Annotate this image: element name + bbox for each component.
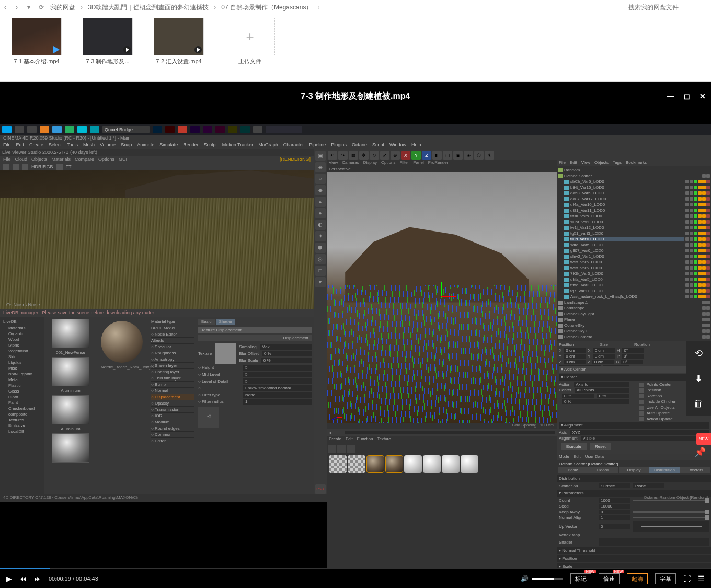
menu-item[interactable]: File xyxy=(3,142,11,149)
texture-slot[interactable] xyxy=(215,343,236,364)
pr-icon[interactable] xyxy=(203,126,212,133)
object-item[interactable]: wflft_Var6_LOD0 xyxy=(570,266,684,270)
subtitle-button[interactable]: 字幕 xyxy=(655,573,676,584)
task-icon[interactable] xyxy=(27,126,37,133)
object-item[interactable]: OctaneCamera xyxy=(564,335,701,339)
tool-icon[interactable] xyxy=(22,164,28,170)
tool-icon[interactable]: ▣ xyxy=(453,151,463,160)
nav-back-icon[interactable]: ‹ xyxy=(4,4,12,11)
object-item[interactable]: sdra_Var5_LOD0 xyxy=(570,243,684,247)
menu-item[interactable]: MoGraph xyxy=(258,142,278,149)
axis-y-button[interactable]: Y xyxy=(411,151,421,160)
tree-item[interactable]: Checkerboard xyxy=(3,406,41,411)
tree-item[interactable]: Metal xyxy=(3,377,41,383)
me-icon[interactable] xyxy=(215,126,225,133)
tool-icon[interactable]: ○ xyxy=(315,174,326,184)
object-item[interactable]: wflft_Var5_LOD0 xyxy=(570,260,684,264)
node-tool-icon[interactable] xyxy=(337,445,346,453)
menu-item[interactable]: Create xyxy=(29,142,43,149)
material-ball[interactable] xyxy=(423,455,441,473)
material-thumb[interactable] xyxy=(52,395,89,424)
tool-icon[interactable]: ◧ xyxy=(432,151,442,160)
material-ball[interactable] xyxy=(348,455,365,473)
material-preview-sphere[interactable] xyxy=(101,321,143,363)
tree-item[interactable]: Stone xyxy=(3,342,41,348)
object-item[interactable]: biHt_Var15_LOD0 xyxy=(570,185,684,190)
property-item[interactable]: ○ IOR xyxy=(151,413,194,419)
menu-item[interactable]: Motion Tracker xyxy=(222,142,254,149)
volume-slider[interactable] xyxy=(532,578,563,580)
ae-icon[interactable] xyxy=(190,126,200,133)
tab-coord[interactable]: Coord. xyxy=(588,467,618,473)
menu-item[interactable]: Render xyxy=(183,142,199,149)
property-item[interactable]: ○ Thin film layer xyxy=(151,375,194,382)
property-item[interactable]: BRDF Model xyxy=(151,325,194,331)
axis-x-button[interactable]: X xyxy=(401,151,410,160)
tool-icon[interactable]: ✦ xyxy=(315,231,326,241)
viewport-menu[interactable]: ViewCamerasDisplayOptionsFilterPanelProR… xyxy=(327,160,557,166)
tree-item[interactable]: Skin xyxy=(3,354,41,360)
task-icon[interactable] xyxy=(228,126,237,133)
tool-icon[interactable] xyxy=(13,164,19,170)
node-tool-icon[interactable] xyxy=(347,445,355,453)
property-item[interactable]: ○ Roughness xyxy=(151,350,194,356)
object-item[interactable]: tq7_Var17_LOD0 xyxy=(570,289,684,293)
menu-item[interactable]: Objects xyxy=(594,160,609,166)
tree-item[interactable]: Non-Organic xyxy=(3,371,41,377)
share-icon[interactable]: ⟲ xyxy=(686,341,711,366)
fullscreen-icon[interactable]: ⛶ xyxy=(683,574,691,583)
windows-icon[interactable] xyxy=(2,126,12,133)
menu-item[interactable]: Texture xyxy=(377,436,391,444)
object-item[interactable]: iw1j_Var12_LOD0 xyxy=(570,225,684,230)
property-item[interactable]: ○ Displacement xyxy=(151,394,194,400)
material-thumb[interactable] xyxy=(52,357,89,386)
gizmo-icon[interactable] xyxy=(428,282,454,308)
photoshop-icon[interactable] xyxy=(153,126,162,133)
property-item[interactable]: ○ Sheen layer xyxy=(151,363,194,369)
material-thumbnails[interactable]: 001_NewFence Aluminium Aluminium xyxy=(44,317,97,494)
property-item[interactable]: ○ Specular xyxy=(151,344,194,350)
upload-button[interactable]: + 上传文件 xyxy=(225,18,275,65)
execute-button[interactable]: Execute xyxy=(561,443,587,450)
tree-item[interactable]: Misc xyxy=(3,365,41,371)
pin-icon[interactable]: 📌 xyxy=(694,446,707,459)
menu-item[interactable]: Plugins xyxy=(331,142,347,149)
tool-icon[interactable]: ☀ xyxy=(485,151,494,160)
menu-item[interactable]: Filter xyxy=(399,160,409,166)
object-manager[interactable]: Random Octane Scatter sbCh_Var5_LOD0biHt… xyxy=(557,166,711,341)
task-icon[interactable] xyxy=(40,126,49,133)
nav-refresh-icon[interactable]: ⟳ xyxy=(39,4,46,11)
menu-item[interactable]: Select xyxy=(49,142,62,149)
axis-z-button[interactable]: Z xyxy=(422,151,431,160)
tool-icon[interactable]: ⤢ xyxy=(380,151,389,160)
menu-item[interactable]: Tags xyxy=(613,160,622,166)
c4d-task-icon[interactable] xyxy=(266,126,302,133)
property-item[interactable]: ○ Opacity xyxy=(151,400,194,407)
nav-dropdown-icon[interactable]: ▾ xyxy=(27,4,35,11)
object-item[interactable]: tif3k_Var5_LOD0 xyxy=(570,214,684,218)
quixel-bridge-task[interactable]: Quixel Bridge xyxy=(102,126,150,133)
menu-item[interactable]: Edit xyxy=(570,160,577,166)
material-properties[interactable]: Material typeBRDF Model○ Node EditorAlbe… xyxy=(149,317,196,494)
object-item[interactable]: Asst_nature_rock_L_vfhssjfs_LOD0 xyxy=(570,294,684,299)
task-icon[interactable] xyxy=(90,126,99,133)
breadcrumb[interactable]: 07 自然场景制作（Megascans） xyxy=(221,3,312,12)
object-item[interactable]: 7fGk_Var5_LOD0 xyxy=(570,271,684,276)
download-icon[interactable]: ⬇ xyxy=(686,366,711,391)
property-item[interactable]: Material type xyxy=(151,319,194,325)
menu-item[interactable]: Bookmarks xyxy=(626,160,647,166)
property-item[interactable]: ○ Bump xyxy=(151,382,194,388)
file-item[interactable]: 7-1 基本介绍.mp4 xyxy=(12,18,62,65)
render-viewport[interactable]: OslNoise\ Noise xyxy=(0,170,314,309)
tab-basic[interactable]: Basic xyxy=(198,319,215,325)
object-item[interactable]: Plane xyxy=(564,317,701,322)
tab-basic[interactable]: Basic xyxy=(558,467,588,473)
menu-item[interactable]: Pipeline xyxy=(309,142,326,149)
object-item[interactable]: Octane Scatter xyxy=(564,174,701,178)
object-item[interactable]: dt4a_Var16_LOD0 xyxy=(570,202,684,207)
material-tree[interactable]: LiveDB MaterialsOrganicWoodStoneVegetati… xyxy=(0,317,44,494)
tool-icon[interactable]: ◆ xyxy=(315,185,326,195)
object-item[interactable]: dt81_Var11_LOD0 xyxy=(570,208,684,213)
tree-item[interactable]: Glass xyxy=(3,388,41,394)
menu-item[interactable]: Animate xyxy=(137,142,154,149)
